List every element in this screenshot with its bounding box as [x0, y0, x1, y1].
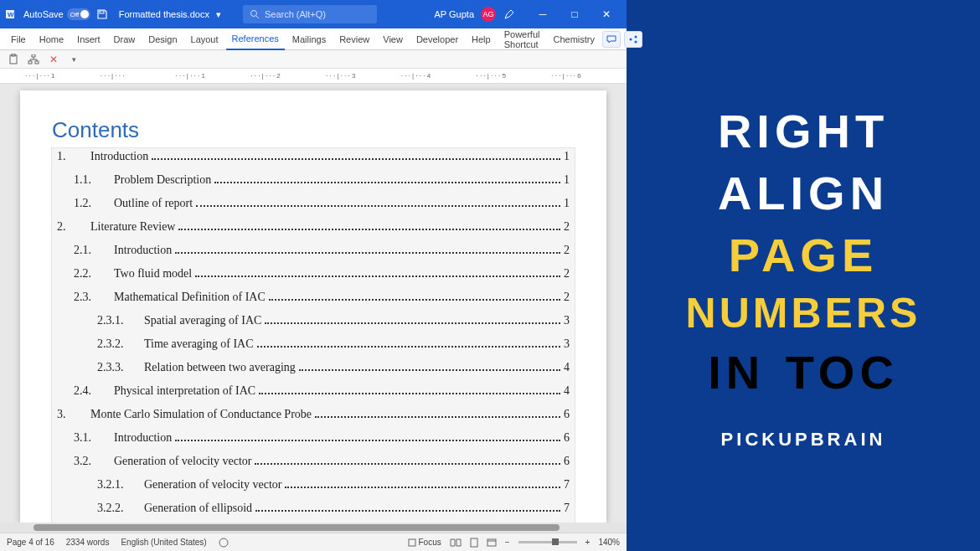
web-layout-icon[interactable]: [487, 538, 497, 547]
word-count[interactable]: 2334 words: [66, 538, 110, 547]
toc-entry[interactable]: 2.4.Physical interpretation of IAC4: [54, 384, 573, 408]
toc-entry[interactable]: 1.2.Outline of report1: [54, 197, 573, 220]
svg-point-13: [219, 538, 228, 547]
tab-review[interactable]: Review: [333, 28, 375, 50]
maximize-button[interactable]: □: [560, 3, 590, 26]
ruler[interactable]: · · · | · · · 1 · · · | · · · · · · | · …: [0, 69, 627, 84]
doc-dropdown-icon[interactable]: ▾: [216, 9, 221, 20]
tab-developer[interactable]: Developer: [410, 28, 464, 50]
toc-leader: [269, 299, 560, 301]
svg-line-4: [256, 16, 259, 18]
toc-entry[interactable]: 1.Introduction1: [54, 150, 573, 173]
print-layout-icon[interactable]: [470, 538, 478, 548]
tab-insert[interactable]: Insert: [71, 28, 106, 50]
save-icon[interactable]: [95, 8, 109, 21]
share-icon[interactable]: [624, 31, 642, 48]
toc-entry[interactable]: 3.2.Generation of velocity vector6: [54, 455, 573, 478]
zoom-slider[interactable]: [518, 541, 577, 543]
svg-point-6: [634, 35, 637, 38]
toc-leader: [152, 158, 560, 160]
tab-view[interactable]: View: [377, 28, 409, 50]
toc-text: Monte Carlo Simulation of Conductance Pr…: [90, 408, 312, 421]
toc-entry[interactable]: 2.3.2.Time averaging of IAC3: [54, 337, 573, 361]
promo-line5: IN TOC: [708, 347, 899, 399]
toc-number: 2.: [57, 220, 80, 234]
tab-chemistry[interactable]: Chemistry: [547, 28, 601, 50]
titlebar: W AutoSave Off Formatted thesis.docx ▾ A…: [0, 0, 627, 28]
toc-page: 2: [564, 267, 570, 281]
clear-icon[interactable]: ✕: [47, 53, 60, 66]
toc-entry[interactable]: 3.2.1.Generation of velocity vector7: [54, 478, 573, 502]
clipboard-icon[interactable]: [7, 53, 20, 66]
toc-entry[interactable]: 1.1.Problem Description1: [54, 173, 573, 197]
avatar[interactable]: AG: [481, 7, 496, 22]
tab-layout[interactable]: Layout: [185, 28, 224, 50]
promo-line2: ALIGN: [718, 167, 889, 219]
read-mode-icon[interactable]: [450, 538, 462, 547]
chevron-down-icon[interactable]: ▾: [67, 53, 80, 66]
svg-text:W: W: [8, 11, 14, 18]
comments-icon[interactable]: [602, 31, 621, 48]
ruler-mark: · · · | · · · 1: [176, 72, 251, 80]
document-area[interactable]: Contents 1.Introduction11.1.Problem Desc…: [0, 84, 627, 523]
tab-draw[interactable]: Draw: [108, 28, 142, 50]
toc-leader: [175, 440, 560, 441]
horizontal-scrollbar[interactable]: [0, 523, 627, 533]
toc-entry[interactable]: 2.Literature Review2: [54, 220, 573, 244]
toc-leader: [259, 393, 560, 394]
minimize-button[interactable]: ─: [528, 3, 558, 26]
toc-number: 3.1.: [74, 431, 104, 445]
autosave-toggle[interactable]: AutoSave Off: [23, 8, 90, 20]
zoom-level[interactable]: 140%: [598, 538, 620, 547]
toc-entry[interactable]: 2.3.3.Relation between two averaging4: [54, 361, 573, 384]
toc-page: 1: [564, 150, 570, 163]
doc-name[interactable]: Formatted thesis.docx: [119, 9, 209, 19]
svg-point-3: [250, 11, 256, 17]
promo-line1: RIGHT: [718, 106, 889, 157]
focus-button[interactable]: Focus: [408, 538, 441, 547]
toc-entry[interactable]: 2.2.Two fluid model2: [54, 267, 573, 291]
scrollbar-thumb[interactable]: [34, 524, 560, 531]
toc-entry[interactable]: 3.Monte Carlo Simulation of Conductance …: [54, 408, 573, 431]
toc-number: 3.2.2.: [97, 502, 134, 515]
toc-entry[interactable]: 3.1.Introduction6: [54, 431, 573, 455]
zoom-out-button[interactable]: −: [505, 538, 510, 547]
tab-help[interactable]: Help: [466, 28, 497, 50]
zoom-thumb[interactable]: [552, 538, 559, 545]
zoom-in-button[interactable]: +: [585, 538, 591, 547]
toc-page: 7: [564, 502, 570, 515]
toc-entry[interactable]: 3.2.2.Generation of ellipsoid7: [54, 502, 573, 523]
pen-icon[interactable]: [503, 8, 516, 21]
toc-page: 4: [564, 384, 570, 398]
promo-line3: PAGE: [729, 229, 879, 281]
toc-page: 7: [564, 478, 570, 492]
search-input[interactable]: [265, 9, 370, 19]
tab-mailings[interactable]: Mailings: [286, 28, 332, 50]
toc-text: Mathematical Definition of IAC: [114, 291, 266, 304]
user-name[interactable]: AP Gupta: [435, 9, 475, 19]
tab-design[interactable]: Design: [142, 28, 183, 50]
tab-references[interactable]: References: [226, 28, 285, 50]
autosave-switch[interactable]: Off: [67, 8, 90, 20]
toc-entry[interactable]: 2.3.Mathematical Definition of IAC2: [54, 291, 573, 314]
toc-entry[interactable]: 2.1.Introduction2: [54, 244, 573, 267]
ruler-mark: · · · | · · · 3: [326, 72, 401, 80]
toc-title[interactable]: Contents: [52, 117, 575, 143]
window-controls: ─ □ ✕: [528, 3, 622, 26]
search-box[interactable]: [243, 5, 377, 23]
page-indicator[interactable]: Page 4 of 16: [7, 538, 54, 547]
close-button[interactable]: ✕: [591, 3, 622, 26]
toc-field[interactable]: 1.Introduction11.1.Problem Description11…: [52, 148, 575, 523]
tab-file[interactable]: File: [5, 28, 32, 50]
toc-leader: [196, 205, 560, 207]
language-indicator[interactable]: English (United States): [121, 538, 206, 547]
accessibility-icon[interactable]: [219, 538, 229, 548]
toc-page: 3: [564, 337, 570, 351]
svg-rect-14: [409, 539, 415, 546]
toc-number: 2.2.: [74, 267, 104, 281]
document-page[interactable]: Contents 1.Introduction11.1.Problem Desc…: [20, 90, 606, 523]
tab-home[interactable]: Home: [34, 28, 70, 50]
toc-entry[interactable]: 2.3.1.Spatial averaging of IAC3: [54, 314, 573, 337]
tab-powerful-shortcut[interactable]: Powerful Shortcut: [498, 28, 546, 50]
hierarchy-icon[interactable]: [27, 53, 40, 66]
